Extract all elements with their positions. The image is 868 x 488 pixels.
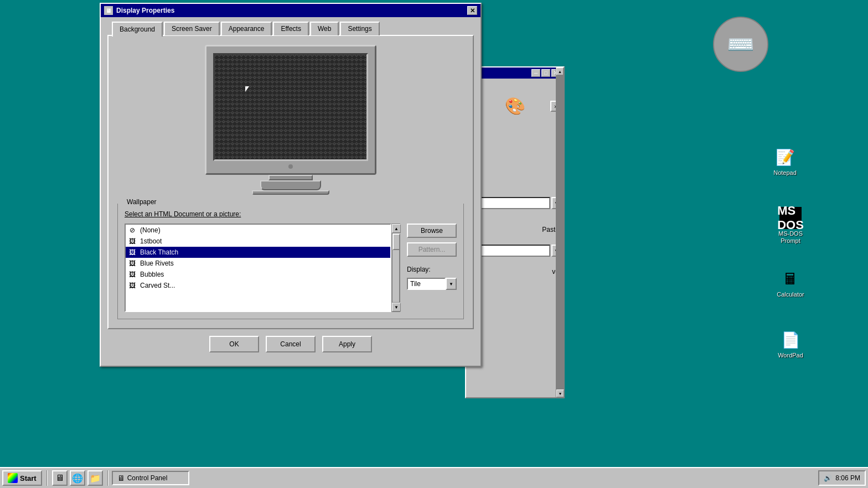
display-select[interactable]: Tile (407, 278, 446, 290)
monitor-outer (205, 45, 376, 175)
browse-btn[interactable]: Browse (407, 224, 457, 238)
wallpaper-group: Wallpaper Select an HTML Document or a p… (117, 204, 464, 319)
ms-dos-icon[interactable]: MSDOS MS-DOS Prompt (768, 205, 813, 247)
behind-scrolldown[interactable]: ▼ (556, 390, 564, 397)
list-item-none[interactable]: ⊘ (None) (126, 225, 390, 236)
wallpaper-list-container: ⊘ (None) 🖼 1stboot 🖼 B (125, 224, 400, 312)
taskbar-icon-3[interactable]: 📁 (87, 470, 103, 486)
list-item-carved[interactable]: 🖼 Carved St... (126, 280, 390, 291)
behind-maximize-btn[interactable]: □ (541, 69, 550, 77)
display-label: Display: (407, 266, 457, 273)
list-item-carved-icon: 🖼 (128, 281, 137, 290)
scrollbar-down-btn[interactable]: ▼ (392, 303, 401, 312)
display-select-arrow[interactable]: ▼ (446, 278, 457, 290)
monitor-screen (213, 53, 368, 161)
display-properties-dialog: 🖥 Display Properties ✕ Background Screen… (100, 3, 482, 367)
taskbar-divider (46, 470, 48, 486)
cancel-button[interactable]: Cancel (266, 336, 316, 352)
tab-settings[interactable]: Settings (340, 22, 379, 35)
desktop: ⌨️ 📝 Notepad MSDOS MS-DOS Prompt 🖩 Calcu… (0, 0, 868, 488)
start-button[interactable]: Start (2, 470, 42, 486)
dialog-close-btn[interactable]: ✕ (467, 6, 477, 15)
taskbar-time: 8:06 PM (835, 474, 860, 482)
behind-minimize-btn[interactable]: ─ (531, 69, 540, 77)
list-item-none-icon: ⊘ (128, 226, 137, 235)
list-item-bubbles[interactable]: 🖼 Bubbles (126, 269, 390, 280)
monitor-stand (260, 180, 321, 190)
taskbar-icon-2[interactable]: 🌐 (70, 470, 85, 486)
wallpaper-list[interactable]: ⊘ (None) 🖼 1stboot 🖼 B (125, 224, 391, 312)
keyboard-icon: ⌨️ (713, 17, 768, 72)
dialog-title: Display Properties (116, 7, 174, 14)
dialog-content: Background Screen Saver Appearance Effec… (101, 17, 480, 366)
monitor-neck (268, 175, 313, 180)
paste-label: Paste (468, 226, 561, 233)
taskbar-icon-1[interactable]: 🖥 (52, 470, 68, 486)
tab-panel-background: Wallpaper Select an HTML Document or a p… (107, 35, 474, 329)
tab-appearance[interactable]: Appearance (221, 22, 272, 35)
taskbar-system-tray: 🔊 8:06 PM (818, 470, 866, 486)
dialog-titlebar: 🖥 Display Properties ✕ (101, 4, 480, 17)
scrollbar-up-btn[interactable]: ▲ (392, 224, 401, 233)
behind-window-content-icon: 🎨 (501, 92, 529, 120)
cursor-arrow (245, 86, 249, 92)
tab-background[interactable]: Background (112, 22, 163, 37)
taskbar-speaker-icon: 🔊 (824, 474, 832, 482)
behind-save-label: ve (468, 268, 561, 276)
wallpaper-controls: ⊘ (None) 🖼 1stboot 🖼 B (125, 224, 457, 312)
monitor-feet (252, 190, 329, 195)
taskbar-divider2 (107, 470, 108, 486)
display-select-container: Tile ▼ (407, 278, 457, 290)
pattern-btn[interactable]: Pattern... (407, 242, 457, 257)
wallpaper-legend: Wallpaper (125, 198, 159, 206)
list-scrollbar: ▲ ▼ (391, 224, 400, 312)
behind-scrollup[interactable]: ▲ (556, 68, 564, 75)
list-item-1stboot[interactable]: 🖼 1stboot (126, 236, 390, 247)
wallpaper-label: Select an HTML Document or a picture: (125, 210, 457, 218)
list-item-1stboot-icon: 🖼 (128, 237, 137, 246)
notepad-icon[interactable]: 📝 Notepad (763, 144, 807, 179)
list-item-black-thatch[interactable]: 🖼 Black Thatch (126, 247, 390, 258)
dialog-title-icon: 🖥 (104, 6, 113, 15)
tab-effects[interactable]: Effects (273, 22, 308, 35)
list-item-blue-rivets[interactable]: 🖼 Blue Rivets (126, 258, 390, 269)
start-icon (8, 473, 18, 483)
scrollbar-track[interactable] (392, 233, 400, 303)
list-item-bubbles-icon: 🖼 (128, 270, 137, 279)
list-item-black-thatch-icon: 🖼 (128, 248, 137, 257)
ok-button[interactable]: OK (209, 336, 259, 352)
wordpad-icon[interactable]: 📄 WordPad (768, 326, 813, 361)
apply-button[interactable]: Apply (322, 336, 372, 352)
dialog-buttons: OK Cancel Apply (107, 329, 474, 359)
tab-web[interactable]: Web (310, 22, 339, 35)
taskbar-quick-launch: 🖥 🌐 📁 (50, 470, 105, 486)
monitor-preview (117, 45, 464, 195)
taskbar: Start 🖥 🌐 📁 🖥 Control Panel 🔊 8:06 PM (0, 467, 868, 488)
tab-bar: Background Screen Saver Appearance Effec… (107, 22, 474, 35)
thatch-pattern (215, 55, 366, 159)
taskbar-program-btn[interactable]: 🖥 Control Panel (112, 471, 189, 485)
wallpaper-right-controls: Browse Pattern... Display: Tile ▼ (407, 224, 457, 312)
tab-screen-saver[interactable]: Screen Saver (164, 22, 220, 35)
list-item-blue-rivets-icon: 🖼 (128, 259, 137, 268)
calculator-icon[interactable]: 🖩 Calculator (768, 266, 813, 300)
scrollbar-thumb[interactable] (392, 233, 400, 250)
